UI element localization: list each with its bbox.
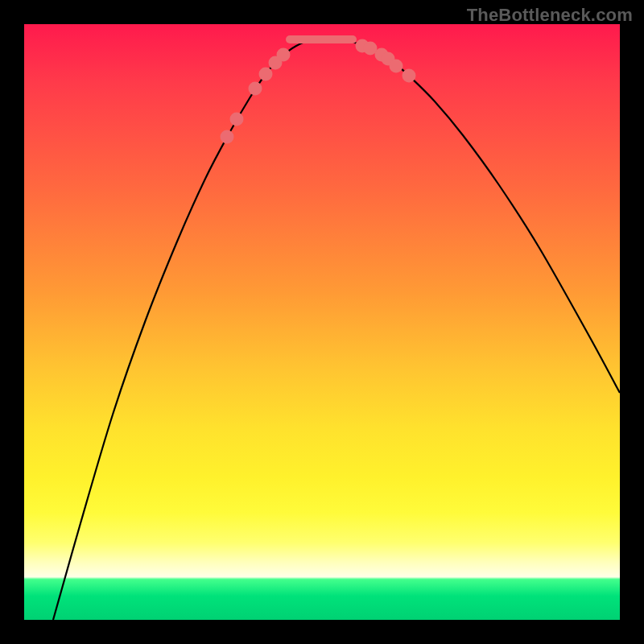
marker-dot bbox=[402, 69, 416, 83]
marker-dot bbox=[259, 68, 273, 81]
watermark-text: TheBottleneck.com bbox=[467, 5, 633, 26]
marker-dot bbox=[221, 130, 234, 144]
chart-svg bbox=[24, 24, 620, 620]
marker-dot bbox=[390, 60, 403, 73]
chart-frame: TheBottleneck.com bbox=[0, 0, 644, 644]
marker-dots-group bbox=[221, 39, 416, 144]
bottleneck-curve bbox=[53, 39, 620, 620]
marker-dot bbox=[230, 113, 244, 126]
plot-area bbox=[24, 24, 620, 620]
marker-dot bbox=[249, 82, 262, 96]
marker-dot bbox=[277, 48, 291, 62]
